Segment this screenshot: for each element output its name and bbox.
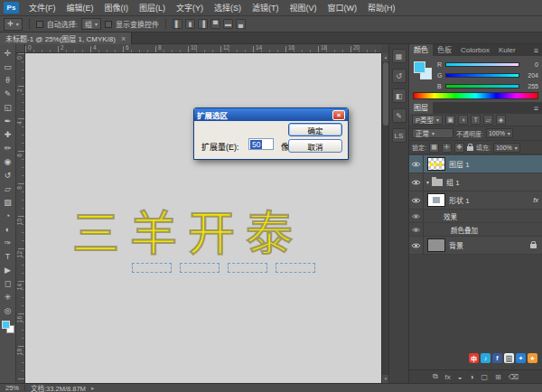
type-tool[interactable]: T bbox=[1, 249, 15, 263]
fill-value[interactable]: 100% bbox=[493, 143, 520, 153]
filter-type-dropdown[interactable]: P类型 bbox=[412, 115, 443, 125]
lock-transparency-icon[interactable]: ▦ bbox=[429, 143, 439, 153]
color-panel-tab-4[interactable]: Kuler bbox=[494, 44, 520, 56]
pen-tool[interactable]: ✑ bbox=[1, 236, 15, 249]
marquee-tool[interactable]: ▭ bbox=[1, 60, 15, 73]
visibility-toggle[interactable] bbox=[409, 191, 424, 209]
lasso-tool[interactable]: ϑ bbox=[1, 73, 15, 87]
layer-name[interactable]: 形状 1 bbox=[449, 195, 529, 205]
color-panel-tab-2[interactable]: 色板 bbox=[433, 44, 456, 56]
layers-panel-menu-icon[interactable] bbox=[530, 104, 542, 113]
layer-fx-badge[interactable]: fx bbox=[533, 196, 538, 204]
menu-item-3[interactable]: 图像(I) bbox=[99, 0, 135, 16]
filter-adjustment-layers-icon[interactable]: ◑ bbox=[458, 115, 468, 125]
cancel-button[interactable]: 取消 bbox=[288, 139, 342, 153]
effect-name[interactable]: 颜色叠加 bbox=[424, 225, 542, 235]
effect-name[interactable]: 效果 bbox=[424, 211, 542, 221]
auto-select-dropdown[interactable]: 组 bbox=[81, 18, 101, 30]
layer-name[interactable]: 图层 1 bbox=[449, 159, 542, 169]
menu-item-1[interactable]: 文件(F) bbox=[23, 0, 61, 16]
align-left-icon[interactable]: ▌ bbox=[173, 19, 182, 29]
show-transform-checkbox[interactable] bbox=[105, 21, 112, 28]
visibility-toggle[interactable] bbox=[409, 155, 424, 173]
layer-thumbnail[interactable] bbox=[427, 238, 445, 252]
color-slider[interactable] bbox=[445, 84, 519, 89]
menu-item-4[interactable]: 图层(L) bbox=[134, 0, 171, 16]
collapsed-panel-icon-2[interactable]: ↺ bbox=[392, 69, 406, 83]
dodge-tool[interactable]: ◐ bbox=[1, 222, 15, 236]
layer-row-group-1[interactable]: 组 1 bbox=[409, 173, 542, 191]
shape-tool[interactable]: ◻ bbox=[1, 276, 15, 290]
align-bottom-icon[interactable]: ▄ bbox=[236, 19, 246, 29]
color-slider[interactable] bbox=[445, 62, 519, 67]
ok-button[interactable]: 确定 bbox=[288, 123, 342, 136]
vertical-scrollbar[interactable] bbox=[381, 53, 388, 383]
lock-pixels-icon[interactable]: ✛ bbox=[442, 143, 452, 153]
zoom-level-field[interactable]: 25% bbox=[5, 384, 19, 392]
tool-preset-dropdown[interactable]: ✛ bbox=[4, 18, 23, 31]
quick-selection-tool[interactable]: ✎ bbox=[1, 87, 15, 100]
eyedropper-tool[interactable]: ✒ bbox=[1, 114, 15, 127]
filter-smart-object-icon[interactable]: ◈ bbox=[496, 115, 506, 125]
tab-layers[interactable]: 图层 bbox=[409, 102, 433, 114]
adjustment-layer-icon[interactable]: ◑ bbox=[470, 373, 474, 381]
auto-select-checkbox[interactable] bbox=[36, 21, 43, 28]
menu-item-5[interactable]: 文字(Y) bbox=[171, 0, 209, 16]
align-center-v-icon[interactable]: ▬ bbox=[223, 19, 233, 29]
color-spectrum-bar[interactable] bbox=[413, 92, 538, 99]
healing-brush-tool[interactable]: ✚ bbox=[1, 127, 15, 141]
brush-tool[interactable]: ✏ bbox=[1, 141, 15, 154]
dialog-close-icon[interactable]: × bbox=[332, 110, 345, 120]
delete-layer-icon[interactable]: ⌫ bbox=[509, 373, 519, 381]
collapsed-panel-icon-ls[interactable]: LS bbox=[392, 128, 406, 143]
visibility-toggle[interactable] bbox=[409, 173, 424, 191]
menu-item-9[interactable]: 窗口(W) bbox=[322, 0, 363, 16]
document-tab[interactable]: 未标题-1 @ 25%(图层 1, CMYK/8) × bbox=[0, 33, 132, 44]
blur-tool[interactable]: ◔ bbox=[1, 209, 15, 222]
crop-tool[interactable]: ◱ bbox=[1, 100, 15, 114]
layer-name[interactable]: 组 1 bbox=[446, 177, 542, 187]
eraser-tool[interactable]: ▱ bbox=[1, 182, 15, 195]
layer-name[interactable]: 背景 bbox=[449, 240, 530, 250]
panel-menu-icon[interactable] bbox=[530, 46, 542, 55]
color-slider[interactable] bbox=[445, 73, 519, 78]
filter-pixel-layers-icon[interactable]: ▣ bbox=[445, 115, 455, 125]
layer-style-icon[interactable]: fx bbox=[445, 373, 451, 381]
status-menu-icon[interactable] bbox=[91, 384, 95, 392]
opacity-value[interactable]: 100% bbox=[486, 128, 513, 138]
color-panel-tab-3[interactable]: Colorbox bbox=[456, 44, 494, 56]
link-layers-icon[interactable]: ⧉ bbox=[433, 372, 438, 381]
toolbar-color-swatches[interactable] bbox=[2, 321, 14, 334]
visibility-toggle[interactable] bbox=[409, 210, 424, 222]
foreground-color-swatch[interactable] bbox=[414, 61, 425, 73]
align-top-icon[interactable]: ▀ bbox=[210, 19, 220, 29]
collapsed-panel-icon-4[interactable]: ✎ bbox=[392, 108, 406, 123]
hand-tool[interactable]: ✳ bbox=[1, 290, 15, 303]
expand-group-icon[interactable] bbox=[424, 178, 432, 186]
effects-row[interactable]: 效果 bbox=[409, 210, 542, 223]
menu-item-7[interactable]: 滤镜(T) bbox=[247, 0, 285, 16]
new-group-icon[interactable]: ▢ bbox=[481, 373, 489, 381]
color-overlay-row[interactable]: 颜色叠加 bbox=[409, 223, 542, 237]
expand-amount-input[interactable]: 50 bbox=[248, 138, 274, 150]
zoom-tool[interactable]: ◎ bbox=[1, 303, 15, 317]
new-layer-icon[interactable]: ⊞ bbox=[495, 373, 501, 381]
close-tab-icon[interactable]: × bbox=[121, 34, 126, 43]
align-right-icon[interactable]: ▐ bbox=[198, 19, 208, 29]
menu-item-2[interactable]: 编辑(E) bbox=[61, 0, 99, 16]
layer-thumbnail[interactable] bbox=[427, 193, 445, 207]
clone-stamp-tool[interactable]: ◉ bbox=[1, 154, 15, 168]
layer-row-layer-1[interactable]: 图层 1 bbox=[409, 155, 542, 173]
history-brush-tool[interactable]: ↺ bbox=[1, 168, 15, 182]
blend-mode-dropdown[interactable]: 正常 bbox=[412, 128, 453, 138]
move-tool[interactable]: ✛ bbox=[1, 46, 15, 60]
collapsed-panel-icon-1[interactable]: ▦ bbox=[392, 49, 406, 63]
layer-thumbnail[interactable] bbox=[427, 157, 445, 171]
gradient-tool[interactable]: ▨ bbox=[1, 195, 15, 209]
menu-item-6[interactable]: 选择(S) bbox=[209, 0, 247, 16]
menu-item-10[interactable]: 帮助(H) bbox=[362, 0, 401, 16]
visibility-toggle[interactable] bbox=[409, 237, 424, 254]
collapsed-panel-icon-3[interactable]: ◧ bbox=[392, 89, 406, 103]
foreground-color-swatch[interactable] bbox=[2, 321, 10, 329]
document-viewport[interactable]: 三羊开泰 bbox=[25, 53, 381, 383]
